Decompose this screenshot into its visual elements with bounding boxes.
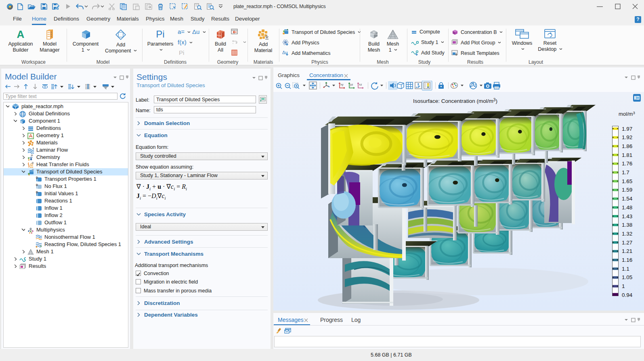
svg-text:Pi: Pi <box>156 29 164 40</box>
svg-text:D: D <box>36 176 38 179</box>
svg-text:xz: xz <box>359 83 362 86</box>
svg-text:A: A <box>17 29 25 40</box>
svg-text:xy: xy <box>340 83 344 86</box>
svg-text:yz: yz <box>350 83 353 86</box>
svg-text:D: D <box>36 184 38 186</box>
svg-text:D: D <box>36 191 38 194</box>
